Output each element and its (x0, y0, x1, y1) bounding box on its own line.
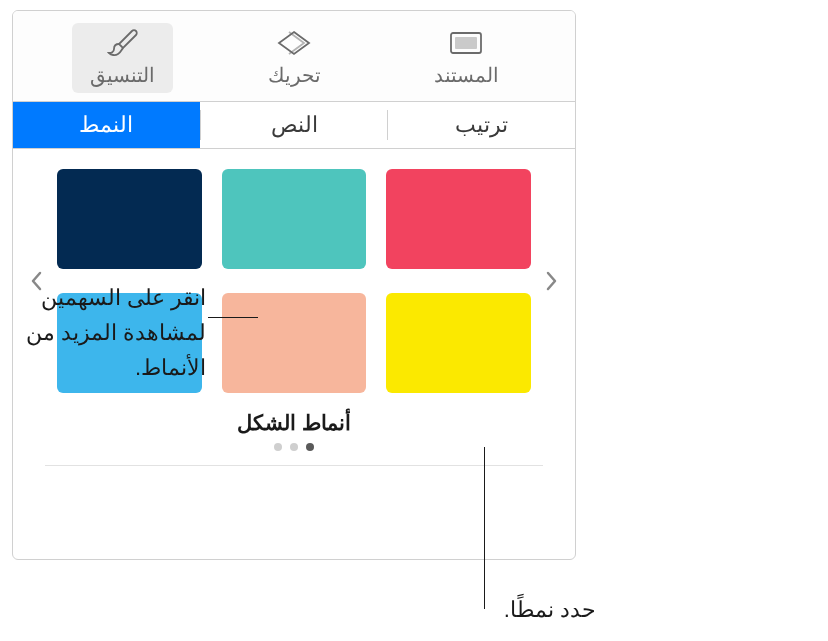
style-swatch[interactable] (386, 169, 531, 269)
chevron-right-icon (544, 270, 558, 292)
tab-style[interactable]: النمط (13, 102, 200, 148)
svg-rect-1 (455, 37, 477, 49)
document-toolbar-item[interactable]: المستند (416, 23, 517, 93)
paintbrush-icon (104, 29, 140, 57)
document-icon (448, 29, 484, 57)
page-dot[interactable] (290, 443, 298, 451)
inspector-toolbar: التنسيق تحريك المستند (13, 11, 575, 102)
divider (45, 465, 543, 466)
callout-arrows: انقر على السهمين لمشاهدة المزيد من الأنم… (16, 280, 206, 386)
callout-select: حدد نمطًا. (466, 592, 596, 627)
style-swatch[interactable] (386, 293, 531, 393)
diamond-icon (276, 29, 312, 57)
inspector-tab-bar: النمط النص ترتيب (13, 102, 575, 149)
tab-text[interactable]: النص (201, 102, 388, 148)
style-swatch[interactable] (222, 169, 367, 269)
pagination-dots (25, 443, 563, 451)
callout-line (208, 317, 258, 318)
animate-toolbar-item[interactable]: تحريك (250, 23, 339, 93)
animate-label: تحريك (268, 63, 321, 87)
style-swatch[interactable] (57, 169, 202, 269)
format-label: التنسيق (90, 63, 155, 87)
shape-styles-label: أنماط الشكل (25, 411, 563, 435)
page-dot[interactable] (306, 443, 314, 451)
callout-line (484, 447, 485, 609)
format-toolbar-item[interactable]: التنسيق (72, 23, 173, 93)
tab-arrange[interactable]: ترتيب (388, 102, 575, 148)
document-label: المستند (434, 63, 499, 87)
style-swatch[interactable] (222, 293, 367, 393)
next-styles-arrow[interactable] (539, 261, 563, 301)
page-dot[interactable] (274, 443, 282, 451)
